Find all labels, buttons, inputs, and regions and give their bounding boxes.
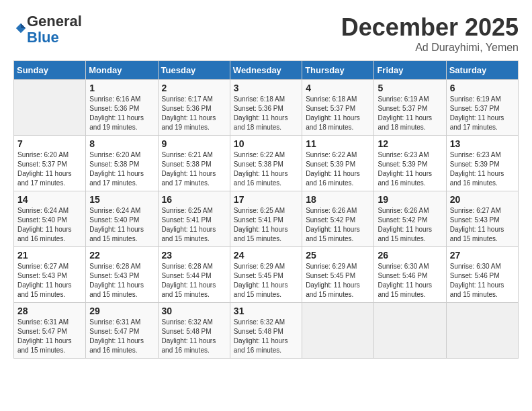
day-number: 27 xyxy=(450,250,515,261)
day-number: 9 xyxy=(162,138,226,149)
day-info: Sunrise: 6:25 AMSunset: 5:41 PMDaylight:… xyxy=(234,206,298,244)
calendar-day-cell: 16Sunrise: 6:25 AMSunset: 5:41 PMDayligh… xyxy=(158,191,230,247)
calendar-day-cell: 30Sunrise: 6:32 AMSunset: 5:48 PMDayligh… xyxy=(158,303,230,359)
logo-blue-text: Blue xyxy=(27,29,59,46)
day-info: Sunrise: 6:28 AMSunset: 5:44 PMDaylight:… xyxy=(162,262,226,300)
day-info: Sunrise: 6:29 AMSunset: 5:45 PMDaylight:… xyxy=(234,262,298,300)
calendar-day-cell: 28Sunrise: 6:31 AMSunset: 5:47 PMDayligh… xyxy=(14,303,86,359)
calendar-day-cell: 12Sunrise: 6:23 AMSunset: 5:39 PMDayligh… xyxy=(374,136,446,191)
day-info: Sunrise: 6:26 AMSunset: 5:42 PMDaylight:… xyxy=(378,206,442,244)
day-info: Sunrise: 6:19 AMSunset: 5:37 PMDaylight:… xyxy=(450,95,515,132)
day-info: Sunrise: 6:20 AMSunset: 5:38 PMDaylight:… xyxy=(89,150,154,188)
calendar-week-row: 28Sunrise: 6:31 AMSunset: 5:47 PMDayligh… xyxy=(14,303,519,359)
calendar-week-row: 7Sunrise: 6:20 AMSunset: 5:37 PMDaylight… xyxy=(14,136,519,191)
day-info: Sunrise: 6:25 AMSunset: 5:41 PMDaylight:… xyxy=(162,206,226,244)
day-info: Sunrise: 6:18 AMSunset: 5:37 PMDaylight:… xyxy=(306,95,370,132)
day-info: Sunrise: 6:26 AMSunset: 5:42 PMDaylight:… xyxy=(306,206,370,244)
calendar-week-row: 1Sunrise: 6:16 AMSunset: 5:36 PMDaylight… xyxy=(14,80,519,136)
day-number: 16 xyxy=(162,194,226,205)
day-info: Sunrise: 6:24 AMSunset: 5:40 PMDaylight:… xyxy=(89,206,154,244)
page-header: General Blue December 2025 Ad Durayhimi,… xyxy=(13,13,519,54)
calendar-day-cell: 23Sunrise: 6:28 AMSunset: 5:44 PMDayligh… xyxy=(158,247,230,303)
day-info: Sunrise: 6:18 AMSunset: 5:36 PMDaylight:… xyxy=(234,95,298,132)
day-info: Sunrise: 6:27 AMSunset: 5:43 PMDaylight:… xyxy=(17,262,82,300)
calendar-day-cell: 8Sunrise: 6:20 AMSunset: 5:38 PMDaylight… xyxy=(86,136,158,191)
calendar-day-cell xyxy=(302,303,374,359)
calendar-day-cell: 13Sunrise: 6:23 AMSunset: 5:39 PMDayligh… xyxy=(446,136,518,191)
calendar-day-cell: 2Sunrise: 6:17 AMSunset: 5:36 PMDaylight… xyxy=(158,80,230,136)
calendar-day-cell: 14Sunrise: 6:24 AMSunset: 5:40 PMDayligh… xyxy=(14,191,86,247)
day-info: Sunrise: 6:16 AMSunset: 5:36 PMDaylight:… xyxy=(89,95,154,132)
calendar-day-cell: 31Sunrise: 6:32 AMSunset: 5:48 PMDayligh… xyxy=(230,303,302,359)
calendar-day-cell: 4Sunrise: 6:18 AMSunset: 5:37 PMDaylight… xyxy=(302,80,374,136)
day-info: Sunrise: 6:20 AMSunset: 5:37 PMDaylight:… xyxy=(17,150,82,188)
title-block: December 2025 Ad Durayhimi, Yemen xyxy=(341,13,519,54)
day-info: Sunrise: 6:28 AMSunset: 5:43 PMDaylight:… xyxy=(89,262,154,300)
location-subtitle: Ad Durayhimi, Yemen xyxy=(341,42,519,54)
weekday-header: Monday xyxy=(86,61,158,80)
day-number: 19 xyxy=(378,194,442,205)
day-number: 13 xyxy=(450,138,515,149)
day-info: Sunrise: 6:24 AMSunset: 5:40 PMDaylight:… xyxy=(17,206,82,244)
day-info: Sunrise: 6:30 AMSunset: 5:46 PMDaylight:… xyxy=(378,262,442,300)
day-info: Sunrise: 6:31 AMSunset: 5:47 PMDaylight:… xyxy=(17,318,82,355)
day-number: 18 xyxy=(306,194,370,205)
logo: General Blue xyxy=(13,13,82,46)
day-number: 1 xyxy=(89,83,154,93)
day-number: 6 xyxy=(450,83,515,93)
day-info: Sunrise: 6:27 AMSunset: 5:43 PMDaylight:… xyxy=(450,206,515,244)
logo-general-text: General xyxy=(27,13,82,30)
calendar-day-cell: 7Sunrise: 6:20 AMSunset: 5:37 PMDaylight… xyxy=(14,136,86,191)
calendar-day-cell: 11Sunrise: 6:22 AMSunset: 5:39 PMDayligh… xyxy=(302,136,374,191)
day-number: 12 xyxy=(378,138,442,149)
calendar-day-cell: 22Sunrise: 6:28 AMSunset: 5:43 PMDayligh… xyxy=(86,247,158,303)
calendar-day-cell: 29Sunrise: 6:31 AMSunset: 5:47 PMDayligh… xyxy=(86,303,158,359)
calendar-day-cell: 3Sunrise: 6:18 AMSunset: 5:36 PMDaylight… xyxy=(230,80,302,136)
calendar-day-cell: 1Sunrise: 6:16 AMSunset: 5:36 PMDaylight… xyxy=(86,80,158,136)
calendar-week-row: 14Sunrise: 6:24 AMSunset: 5:40 PMDayligh… xyxy=(14,191,519,247)
day-number: 22 xyxy=(89,250,154,261)
day-number: 2 xyxy=(162,83,226,93)
day-info: Sunrise: 6:17 AMSunset: 5:36 PMDaylight:… xyxy=(162,95,226,132)
day-number: 28 xyxy=(17,306,82,316)
calendar-day-cell: 27Sunrise: 6:30 AMSunset: 5:46 PMDayligh… xyxy=(446,247,518,303)
day-number: 25 xyxy=(306,250,370,261)
calendar-day-cell: 19Sunrise: 6:26 AMSunset: 5:42 PMDayligh… xyxy=(374,191,446,247)
calendar-day-cell: 9Sunrise: 6:21 AMSunset: 5:38 PMDaylight… xyxy=(158,136,230,191)
calendar-day-cell: 21Sunrise: 6:27 AMSunset: 5:43 PMDayligh… xyxy=(14,247,86,303)
calendar-week-row: 21Sunrise: 6:27 AMSunset: 5:43 PMDayligh… xyxy=(14,247,519,303)
calendar-day-cell: 17Sunrise: 6:25 AMSunset: 5:41 PMDayligh… xyxy=(230,191,302,247)
day-info: Sunrise: 6:21 AMSunset: 5:38 PMDaylight:… xyxy=(162,150,226,188)
weekday-header: Sunday xyxy=(14,61,86,80)
weekday-header: Tuesday xyxy=(158,61,230,80)
day-number: 21 xyxy=(17,250,82,261)
month-title: December 2025 xyxy=(341,13,519,42)
calendar-day-cell: 6Sunrise: 6:19 AMSunset: 5:37 PMDaylight… xyxy=(446,80,518,136)
calendar-day-cell xyxy=(446,303,518,359)
day-info: Sunrise: 6:22 AMSunset: 5:39 PMDaylight:… xyxy=(306,150,370,188)
day-number: 8 xyxy=(89,138,154,149)
weekday-header: Saturday xyxy=(446,61,518,80)
calendar-day-cell: 15Sunrise: 6:24 AMSunset: 5:40 PMDayligh… xyxy=(86,191,158,247)
day-number: 26 xyxy=(378,250,442,261)
calendar-day-cell: 18Sunrise: 6:26 AMSunset: 5:42 PMDayligh… xyxy=(302,191,374,247)
day-number: 31 xyxy=(234,306,298,316)
day-number: 11 xyxy=(306,138,370,149)
day-number: 30 xyxy=(162,306,226,316)
day-info: Sunrise: 6:32 AMSunset: 5:48 PMDaylight:… xyxy=(162,318,226,355)
weekday-header: Friday xyxy=(374,61,446,80)
calendar-day-cell: 20Sunrise: 6:27 AMSunset: 5:43 PMDayligh… xyxy=(446,191,518,247)
weekday-header: Wednesday xyxy=(230,61,302,80)
weekday-header-row: SundayMondayTuesdayWednesdayThursdayFrid… xyxy=(14,61,519,80)
day-number: 23 xyxy=(162,250,226,261)
day-info: Sunrise: 6:23 AMSunset: 5:39 PMDaylight:… xyxy=(450,150,515,188)
day-number: 17 xyxy=(234,194,298,205)
day-number: 7 xyxy=(17,138,82,149)
calendar-day-cell xyxy=(14,80,86,136)
calendar-day-cell: 24Sunrise: 6:29 AMSunset: 5:45 PMDayligh… xyxy=(230,247,302,303)
day-number: 15 xyxy=(89,194,154,205)
logo-icon xyxy=(15,22,27,34)
day-info: Sunrise: 6:32 AMSunset: 5:48 PMDaylight:… xyxy=(234,318,298,355)
day-number: 24 xyxy=(234,250,298,261)
day-number: 20 xyxy=(450,194,515,205)
